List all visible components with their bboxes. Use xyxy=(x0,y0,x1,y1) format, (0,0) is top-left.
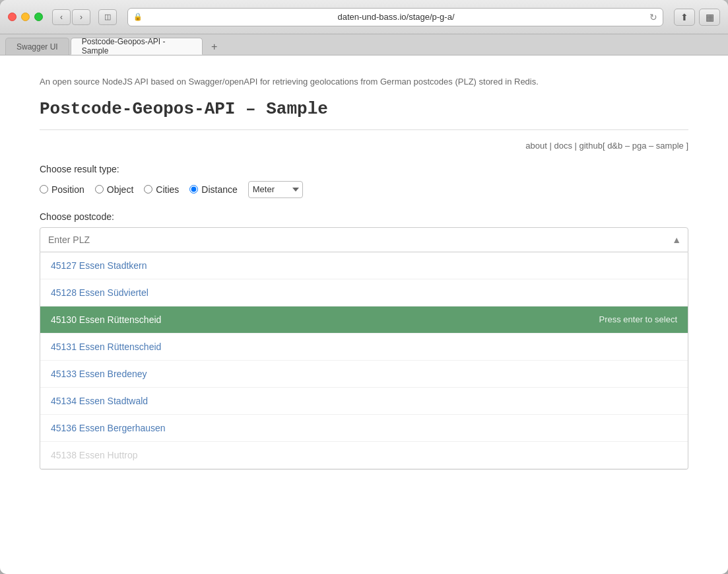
list-item[interactable]: 45131 Essen Rüttenscheid xyxy=(40,334,688,361)
toolbar-actions: ⬆ ▦ xyxy=(674,9,720,26)
radio-cities-label: Cities xyxy=(156,184,179,195)
back-button[interactable]: ‹ xyxy=(52,9,71,25)
radio-object[interactable]: Object xyxy=(95,184,133,195)
radio-cities[interactable]: Cities xyxy=(144,184,179,195)
minimize-button[interactable] xyxy=(21,13,30,21)
list-item[interactable]: 45127 Essen Stadtkern xyxy=(40,252,688,279)
divider xyxy=(40,129,688,130)
tab-swagger-label: Swagger UI xyxy=(17,42,58,52)
list-item[interactable]: 45128 Essen Südviertel xyxy=(40,279,688,306)
result-type-label: Choose result type: xyxy=(40,164,688,174)
add-tab-button[interactable]: + xyxy=(207,39,222,55)
lock-icon: 🔒 xyxy=(133,13,143,21)
radio-distance[interactable]: Distance xyxy=(189,184,237,195)
press-enter-hint: Press enter to select xyxy=(599,314,678,324)
radio-object-input[interactable] xyxy=(95,185,104,194)
intro-text: An open source NodeJS API based on Swagg… xyxy=(40,75,688,89)
radio-distance-input[interactable] xyxy=(189,185,198,194)
postcode-dropdown: ▲ 45127 Essen Stadtkern 45128 Essen Südv… xyxy=(40,227,688,470)
tab-bar: Swagger UI Postcode-Geopos-API - Sample … xyxy=(0,34,728,55)
share-button[interactable]: ⬆ xyxy=(674,9,695,26)
traffic-lights xyxy=(8,13,43,21)
tab-postcode[interactable]: Postcode-Geopos-API - Sample xyxy=(71,38,203,55)
list-item-partial[interactable]: 45138 Essen Huttrop xyxy=(40,442,688,469)
unit-select[interactable]: Meter Kilometer Miles xyxy=(248,181,303,198)
list-item[interactable]: 45134 Essen Stadtwald xyxy=(40,388,688,415)
radio-group: Position Object Cities Distance Meter Ki… xyxy=(40,181,688,198)
radio-distance-label: Distance xyxy=(201,184,237,195)
nav-links: about | docs | github[ d&b – pga – sampl… xyxy=(40,141,688,151)
dropdown-list: 45127 Essen Stadtkern 45128 Essen Südvie… xyxy=(40,252,688,470)
nav-buttons: ‹ › xyxy=(52,9,90,25)
url-bar[interactable]: 🔒 daten-und-bass.io/stage/p-g-a/ ↻ xyxy=(127,8,663,26)
dropdown-arrow-icon[interactable]: ▲ xyxy=(665,234,688,245)
browser-window: ‹ › ◫ 🔒 daten-und-bass.io/stage/p-g-a/ ↻… xyxy=(0,0,728,574)
radio-position-input[interactable] xyxy=(40,185,48,194)
postcode-label: Choose postcode: xyxy=(40,211,688,222)
forward-button[interactable]: › xyxy=(72,9,90,25)
close-button[interactable] xyxy=(8,13,17,21)
title-bar: ‹ › ◫ 🔒 daten-und-bass.io/stage/p-g-a/ ↻… xyxy=(0,0,728,34)
page-title: Postcode-Geopos-API – Sample xyxy=(40,99,688,119)
tab-swagger[interactable]: Swagger UI xyxy=(5,38,69,55)
radio-position-label: Position xyxy=(51,184,84,195)
dropdown-input-wrapper: ▲ xyxy=(40,227,688,252)
new-tab-button[interactable]: ▦ xyxy=(699,9,720,26)
sidebar-button[interactable]: ◫ xyxy=(98,9,117,25)
list-item[interactable]: 45136 Essen Bergerhausen xyxy=(40,415,688,442)
postcode-input[interactable] xyxy=(40,228,665,252)
radio-cities-input[interactable] xyxy=(144,185,152,194)
tab-postcode-label: Postcode-Geopos-API - Sample xyxy=(82,37,191,55)
page-content: An open source NodeJS API based on Swagg… xyxy=(0,55,728,574)
list-item-selected[interactable]: 45130 Essen Rüttenscheid Press enter to … xyxy=(40,306,688,334)
radio-position[interactable]: Position xyxy=(40,184,84,195)
refresh-button[interactable]: ↻ xyxy=(649,12,657,22)
list-item[interactable]: 45133 Essen Bredeney xyxy=(40,361,688,388)
radio-object-label: Object xyxy=(107,184,133,195)
maximize-button[interactable] xyxy=(34,13,43,21)
url-text: daten-und-bass.io/stage/p-g-a/ xyxy=(145,12,647,22)
